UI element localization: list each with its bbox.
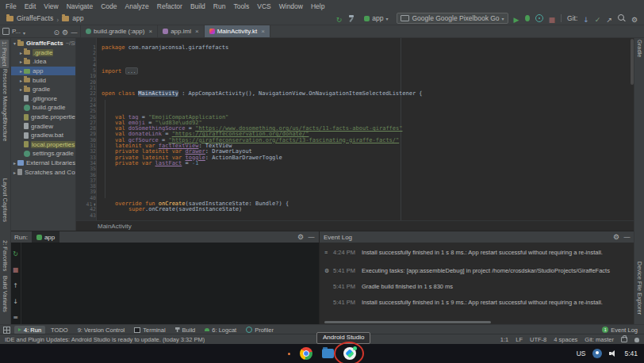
toolwindow-button-build[interactable]: Build [171, 326, 200, 334]
code-line[interactable]: 3 [75, 57, 634, 63]
toolwindow-button-terminal[interactable]: Terminal [130, 326, 169, 334]
keyboard-layout-indicator[interactable]: US [577, 350, 586, 357]
toolwindow-button-6-logcat[interactable]: 6: Logcat [201, 326, 240, 334]
code-line[interactable]: 4 [75, 63, 634, 68]
code-line[interactable]: 1package com.naranjaconsal.giraffefacts [75, 45, 634, 51]
menu-view[interactable]: View [40, 1, 62, 12]
breadcrumb-app[interactable]: app [72, 14, 83, 22]
stop-process-icon[interactable] [13, 262, 19, 274]
stop-button[interactable] [549, 12, 556, 25]
tree-item-build-gradle[interactable]: build.gradle [10, 103, 75, 113]
android-studio-icon[interactable] [343, 347, 356, 360]
run-hide-icon[interactable] [308, 234, 315, 241]
toolwindow-switcher-icon[interactable] [3, 327, 10, 334]
run-button[interactable] [514, 12, 519, 25]
project-view-selector[interactable]: P... [12, 28, 21, 35]
event-log-settings-icon[interactable] [613, 234, 619, 241]
file-manager-icon[interactable] [322, 349, 334, 358]
menu-vcs[interactable]: VCS [253, 1, 274, 12]
volume-icon[interactable] [609, 350, 617, 357]
gradle-sync-icon[interactable] [336, 12, 343, 25]
tool-strip-2-favorites[interactable]: 2: Favorites [2, 240, 9, 271]
tree-item-gradle-properties[interactable]: gradle.properties [10, 113, 75, 122]
editor-tab-app-iml[interactable]: app.iml [158, 25, 204, 37]
status-item-git-master[interactable]: Git: master [585, 336, 614, 343]
tool-strip-structure[interactable]: Structure [2, 117, 9, 141]
menu-analyze[interactable]: Analyze [121, 1, 153, 12]
status-message[interactable]: IDE and Plugin Updates: Android Studio i… [5, 336, 205, 343]
code-line[interactable]: 37 [75, 178, 634, 184]
code-line[interactable]: 35 [75, 166, 634, 172]
run-settings-icon[interactable] [297, 234, 304, 241]
module-selector-dropdown[interactable]: app [361, 13, 391, 23]
status-item-utf-8[interactable]: UTF-8 [530, 336, 546, 343]
toolwindow-button-todo[interactable]: TODO [47, 326, 72, 334]
git-commit-icon[interactable] [595, 12, 601, 25]
menu-navigate[interactable]: Navigate [63, 1, 98, 12]
tree-item-gradlew[interactable]: gradlew [10, 121, 75, 131]
status-item-lf[interactable]: LF [516, 336, 523, 343]
horizontal-scrollbar[interactable] [324, 321, 491, 323]
tree-item-gradle[interactable]: ▸.gradle [10, 48, 75, 58]
code-line[interactable]: 19 [75, 74, 634, 79]
menu-help[interactable]: Help [307, 1, 328, 12]
tool-strip-build-variants[interactable]: Build Variants [2, 276, 9, 312]
user-status-icon[interactable] [592, 349, 602, 358]
code-line[interactable]: 36 [75, 173, 634, 178]
close-icon[interactable] [261, 28, 265, 35]
tree-item-gradlew-bat[interactable]: gradlew.bat [10, 131, 75, 140]
locate-file-icon[interactable] [53, 25, 59, 37]
rerun-icon[interactable] [13, 246, 18, 258]
scroll-up-icon[interactable] [13, 277, 18, 290]
tree-item-settings-gradle[interactable]: settings.gradle [10, 149, 75, 159]
toolwindow-button-4-run[interactable]: 4: Run [14, 326, 45, 334]
breadcrumb-class[interactable]: MainActivity [98, 223, 132, 230]
close-icon[interactable] [148, 28, 152, 35]
hide-panel-icon[interactable] [71, 25, 78, 37]
menu-code[interactable]: Code [97, 1, 121, 12]
tool-strip-device-file-explorer[interactable]: Device File Explorer [636, 262, 643, 315]
code-line[interactable]: 20 [75, 80, 634, 86]
tree-item-app[interactable]: ▸app [10, 67, 75, 76]
tree-item-gradle[interactable]: ▸gradle [10, 85, 75, 94]
code-line[interactable]: 39 [75, 189, 634, 195]
menu-edit[interactable]: Edit [21, 1, 40, 12]
git-update-icon[interactable] [583, 12, 589, 25]
build-hammer-icon[interactable] [347, 14, 355, 22]
console-options-icon[interactable] [13, 309, 18, 322]
code-line[interactable]: 42super.onCreate(savedInstanceState) [75, 207, 634, 212]
tree-item-giraffefacts[interactable]: ▾GiraffeFacts~/StudioProjects/GiraffeFac… [10, 39, 75, 48]
code-line[interactable]: 2 [75, 51, 634, 56]
status-item-1-1[interactable]: 1:1 [500, 336, 508, 343]
code-area[interactable]: 1package com.naranjaconsal.giraffefacts2… [75, 37, 634, 220]
search-icon[interactable] [618, 14, 626, 22]
breadcrumb-project[interactable]: GiraffeFacts [17, 14, 53, 22]
code-line[interactable]: 24 [75, 103, 634, 109]
toolwindow-button-profiler[interactable]: Profiler [242, 326, 278, 334]
project-options-icon[interactable] [62, 25, 68, 37]
status-item-4-spaces[interactable]: 4 spaces [554, 336, 577, 343]
code-line[interactable]: 43 [75, 213, 634, 219]
readonly-lock-icon[interactable] [621, 337, 627, 342]
editor-tab-mainactivity-kt[interactable]: MainActivity.kt [205, 25, 270, 37]
settings-icon[interactable] [631, 12, 638, 25]
profile-button[interactable] [535, 14, 543, 22]
tool-strip-resource-manager[interactable]: Resource Manager [2, 69, 9, 120]
tool-strip-gradle[interactable]: Gradle [636, 40, 643, 58]
notifications-icon[interactable] [634, 338, 639, 342]
tree-item-external-libraries[interactable]: ▸External Libraries [10, 159, 75, 168]
tool-strip-1-project[interactable]: 1: Project [0, 40, 9, 68]
chrome-icon[interactable] [300, 347, 312, 360]
menu-file[interactable]: File [2, 1, 21, 12]
tree-item-build[interactable]: ▸build [10, 75, 75, 85]
code-line[interactable]: 22open class MainActivity : AppCompatAct… [75, 91, 634, 97]
tool-strip-layout-captures[interactable]: Layout Captures [2, 178, 9, 222]
code-line[interactable]: 38 [75, 184, 634, 189]
menu-build[interactable]: Build [186, 1, 209, 12]
tree-item-scratches-and-consoles[interactable]: ▸Scratches and Consoles [10, 167, 75, 177]
code-line[interactable]: 23 [75, 97, 634, 103]
toolwindow-button-9-version-control[interactable]: 9: Version Control [74, 326, 129, 334]
event-log-hide-icon[interactable] [623, 234, 631, 241]
close-icon[interactable] [195, 28, 199, 35]
scroll-down-icon[interactable] [13, 293, 18, 306]
